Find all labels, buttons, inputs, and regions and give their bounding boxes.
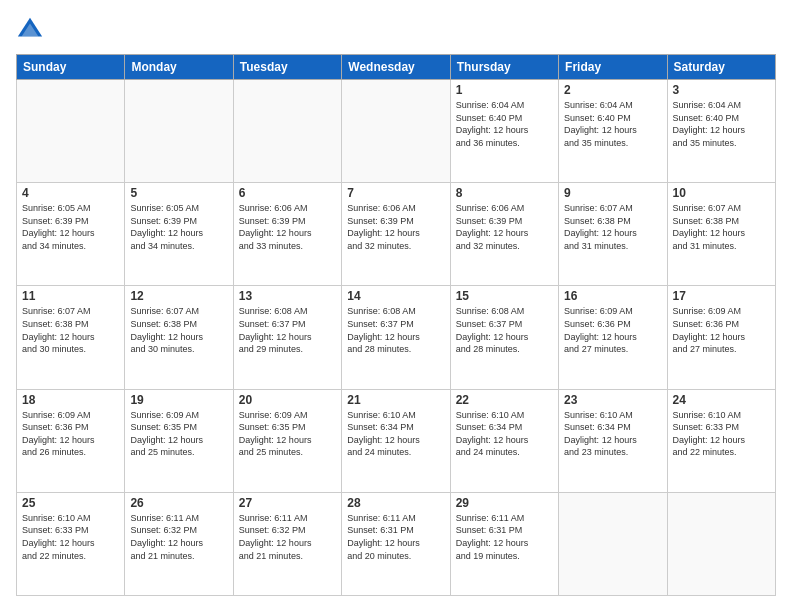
day-number: 13 [239, 289, 336, 303]
day-info: Sunrise: 6:09 AM Sunset: 6:35 PM Dayligh… [130, 409, 227, 459]
calendar-cell: 6Sunrise: 6:06 AM Sunset: 6:39 PM Daylig… [233, 183, 341, 286]
calendar-cell: 18Sunrise: 6:09 AM Sunset: 6:36 PM Dayli… [17, 389, 125, 492]
day-info: Sunrise: 6:06 AM Sunset: 6:39 PM Dayligh… [456, 202, 553, 252]
calendar-header-saturday: Saturday [667, 55, 775, 80]
day-number: 24 [673, 393, 770, 407]
calendar-cell: 10Sunrise: 6:07 AM Sunset: 6:38 PM Dayli… [667, 183, 775, 286]
day-number: 20 [239, 393, 336, 407]
day-info: Sunrise: 6:04 AM Sunset: 6:40 PM Dayligh… [673, 99, 770, 149]
day-info: Sunrise: 6:09 AM Sunset: 6:35 PM Dayligh… [239, 409, 336, 459]
calendar-cell: 17Sunrise: 6:09 AM Sunset: 6:36 PM Dayli… [667, 286, 775, 389]
calendar-cell: 4Sunrise: 6:05 AM Sunset: 6:39 PM Daylig… [17, 183, 125, 286]
page: SundayMondayTuesdayWednesdayThursdayFrid… [0, 0, 792, 612]
day-info: Sunrise: 6:11 AM Sunset: 6:32 PM Dayligh… [130, 512, 227, 562]
day-number: 4 [22, 186, 119, 200]
logo [16, 16, 48, 44]
day-info: Sunrise: 6:07 AM Sunset: 6:38 PM Dayligh… [564, 202, 661, 252]
day-number: 9 [564, 186, 661, 200]
calendar-cell: 1Sunrise: 6:04 AM Sunset: 6:40 PM Daylig… [450, 80, 558, 183]
day-number: 23 [564, 393, 661, 407]
day-number: 28 [347, 496, 444, 510]
calendar-cell [233, 80, 341, 183]
calendar-cell: 29Sunrise: 6:11 AM Sunset: 6:31 PM Dayli… [450, 492, 558, 595]
calendar-header-row: SundayMondayTuesdayWednesdayThursdayFrid… [17, 55, 776, 80]
day-info: Sunrise: 6:10 AM Sunset: 6:34 PM Dayligh… [564, 409, 661, 459]
calendar-cell: 9Sunrise: 6:07 AM Sunset: 6:38 PM Daylig… [559, 183, 667, 286]
calendar-cell: 25Sunrise: 6:10 AM Sunset: 6:33 PM Dayli… [17, 492, 125, 595]
calendar-cell: 22Sunrise: 6:10 AM Sunset: 6:34 PM Dayli… [450, 389, 558, 492]
day-info: Sunrise: 6:07 AM Sunset: 6:38 PM Dayligh… [130, 305, 227, 355]
calendar-cell: 19Sunrise: 6:09 AM Sunset: 6:35 PM Dayli… [125, 389, 233, 492]
calendar-week-4: 18Sunrise: 6:09 AM Sunset: 6:36 PM Dayli… [17, 389, 776, 492]
day-info: Sunrise: 6:07 AM Sunset: 6:38 PM Dayligh… [673, 202, 770, 252]
day-number: 12 [130, 289, 227, 303]
day-number: 17 [673, 289, 770, 303]
calendar-cell [559, 492, 667, 595]
day-number: 2 [564, 83, 661, 97]
calendar-cell: 14Sunrise: 6:08 AM Sunset: 6:37 PM Dayli… [342, 286, 450, 389]
day-info: Sunrise: 6:08 AM Sunset: 6:37 PM Dayligh… [239, 305, 336, 355]
day-number: 10 [673, 186, 770, 200]
calendar-cell [342, 80, 450, 183]
day-info: Sunrise: 6:10 AM Sunset: 6:33 PM Dayligh… [22, 512, 119, 562]
day-info: Sunrise: 6:09 AM Sunset: 6:36 PM Dayligh… [22, 409, 119, 459]
calendar-cell: 24Sunrise: 6:10 AM Sunset: 6:33 PM Dayli… [667, 389, 775, 492]
day-number: 27 [239, 496, 336, 510]
calendar-cell: 16Sunrise: 6:09 AM Sunset: 6:36 PM Dayli… [559, 286, 667, 389]
calendar-cell [17, 80, 125, 183]
calendar: SundayMondayTuesdayWednesdayThursdayFrid… [16, 54, 776, 596]
calendar-header-sunday: Sunday [17, 55, 125, 80]
day-info: Sunrise: 6:06 AM Sunset: 6:39 PM Dayligh… [239, 202, 336, 252]
day-info: Sunrise: 6:11 AM Sunset: 6:31 PM Dayligh… [347, 512, 444, 562]
day-number: 18 [22, 393, 119, 407]
day-info: Sunrise: 6:11 AM Sunset: 6:31 PM Dayligh… [456, 512, 553, 562]
calendar-cell: 27Sunrise: 6:11 AM Sunset: 6:32 PM Dayli… [233, 492, 341, 595]
day-number: 7 [347, 186, 444, 200]
header [16, 16, 776, 44]
day-number: 6 [239, 186, 336, 200]
day-number: 14 [347, 289, 444, 303]
calendar-cell: 13Sunrise: 6:08 AM Sunset: 6:37 PM Dayli… [233, 286, 341, 389]
day-number: 22 [456, 393, 553, 407]
calendar-cell: 26Sunrise: 6:11 AM Sunset: 6:32 PM Dayli… [125, 492, 233, 595]
day-number: 16 [564, 289, 661, 303]
calendar-cell: 23Sunrise: 6:10 AM Sunset: 6:34 PM Dayli… [559, 389, 667, 492]
day-number: 21 [347, 393, 444, 407]
calendar-week-3: 11Sunrise: 6:07 AM Sunset: 6:38 PM Dayli… [17, 286, 776, 389]
day-info: Sunrise: 6:08 AM Sunset: 6:37 PM Dayligh… [456, 305, 553, 355]
calendar-cell: 2Sunrise: 6:04 AM Sunset: 6:40 PM Daylig… [559, 80, 667, 183]
calendar-header-wednesday: Wednesday [342, 55, 450, 80]
calendar-header-friday: Friday [559, 55, 667, 80]
day-info: Sunrise: 6:10 AM Sunset: 6:34 PM Dayligh… [347, 409, 444, 459]
calendar-cell: 20Sunrise: 6:09 AM Sunset: 6:35 PM Dayli… [233, 389, 341, 492]
calendar-week-1: 1Sunrise: 6:04 AM Sunset: 6:40 PM Daylig… [17, 80, 776, 183]
calendar-cell [667, 492, 775, 595]
day-info: Sunrise: 6:08 AM Sunset: 6:37 PM Dayligh… [347, 305, 444, 355]
calendar-cell: 7Sunrise: 6:06 AM Sunset: 6:39 PM Daylig… [342, 183, 450, 286]
day-number: 5 [130, 186, 227, 200]
day-number: 3 [673, 83, 770, 97]
calendar-cell: 3Sunrise: 6:04 AM Sunset: 6:40 PM Daylig… [667, 80, 775, 183]
day-info: Sunrise: 6:09 AM Sunset: 6:36 PM Dayligh… [564, 305, 661, 355]
day-info: Sunrise: 6:10 AM Sunset: 6:33 PM Dayligh… [673, 409, 770, 459]
day-info: Sunrise: 6:07 AM Sunset: 6:38 PM Dayligh… [22, 305, 119, 355]
day-number: 15 [456, 289, 553, 303]
day-number: 1 [456, 83, 553, 97]
calendar-cell: 8Sunrise: 6:06 AM Sunset: 6:39 PM Daylig… [450, 183, 558, 286]
day-number: 29 [456, 496, 553, 510]
day-number: 8 [456, 186, 553, 200]
day-number: 11 [22, 289, 119, 303]
calendar-header-monday: Monday [125, 55, 233, 80]
calendar-cell [125, 80, 233, 183]
calendar-cell: 11Sunrise: 6:07 AM Sunset: 6:38 PM Dayli… [17, 286, 125, 389]
calendar-header-tuesday: Tuesday [233, 55, 341, 80]
day-info: Sunrise: 6:05 AM Sunset: 6:39 PM Dayligh… [130, 202, 227, 252]
day-info: Sunrise: 6:10 AM Sunset: 6:34 PM Dayligh… [456, 409, 553, 459]
calendar-cell: 21Sunrise: 6:10 AM Sunset: 6:34 PM Dayli… [342, 389, 450, 492]
day-number: 26 [130, 496, 227, 510]
day-number: 25 [22, 496, 119, 510]
calendar-week-2: 4Sunrise: 6:05 AM Sunset: 6:39 PM Daylig… [17, 183, 776, 286]
calendar-cell: 5Sunrise: 6:05 AM Sunset: 6:39 PM Daylig… [125, 183, 233, 286]
logo-icon [16, 16, 44, 44]
calendar-cell: 15Sunrise: 6:08 AM Sunset: 6:37 PM Dayli… [450, 286, 558, 389]
